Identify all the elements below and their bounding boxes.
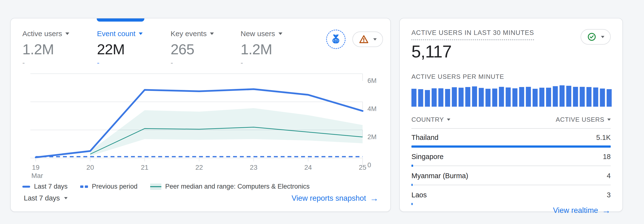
previous-period-placeholder: - xyxy=(97,59,170,67)
card-toolbar xyxy=(326,30,383,49)
active-users-column-header[interactable]: ACTIVE USERS xyxy=(556,116,611,123)
svg-text:2M: 2M xyxy=(368,133,377,141)
event-count-line-chart[interactable]: 6M4M2M019Mar202122232425 xyxy=(22,67,380,179)
svg-text:6M: 6M xyxy=(368,77,377,84)
realtime-table-header: COUNTRY ACTIVE USERS xyxy=(412,116,611,129)
active-users-value: 5.1K xyxy=(596,133,611,142)
caret-down-icon xyxy=(139,32,143,35)
metric-key-events: Key events265- xyxy=(170,30,240,67)
caret-down-icon xyxy=(601,36,604,38)
event-count-chart-area: 6M4M2M019Mar202122232425 xyxy=(22,67,378,179)
svg-text:23: 23 xyxy=(250,164,257,171)
active-users-value: 3 xyxy=(607,191,611,199)
svg-text:0: 0 xyxy=(368,161,371,169)
svg-text:19: 19 xyxy=(32,164,39,171)
legend-band-swatch xyxy=(150,184,161,190)
svg-text:21: 21 xyxy=(141,164,148,171)
legend-label: Last 7 days xyxy=(34,183,68,190)
metric-value: 1.2M xyxy=(240,42,282,57)
country-row: Singapore18 xyxy=(412,148,611,167)
metric-value: 1.2M xyxy=(22,42,97,57)
country-bar xyxy=(412,165,611,167)
metric-tab-key-events[interactable]: Key events xyxy=(170,30,240,38)
active-users-per-minute-chart[interactable] xyxy=(412,84,612,107)
per-minute-chart-area xyxy=(412,84,611,107)
arrow-right-icon: → xyxy=(602,205,611,216)
active-users-column-label: ACTIVE USERS xyxy=(556,116,604,123)
date-range-label: Last 7 days xyxy=(24,194,60,202)
caret-down-icon xyxy=(447,118,450,121)
overview-metrics-card: Active users1.2M-Event count22M-Key even… xyxy=(10,18,391,212)
view-reports-snapshot-link[interactable]: View reports snapshot → xyxy=(292,193,378,203)
metric-event-count: Event count22M- xyxy=(97,30,170,67)
country-row: Laos3 xyxy=(412,186,611,205)
metric-label: Event count xyxy=(97,30,135,38)
legend-dashes-swatch xyxy=(80,185,88,188)
svg-text:24: 24 xyxy=(304,164,312,171)
realtime-header: ACTIVE USERS IN LAST 30 MINUTES 5,117 xyxy=(412,29,611,61)
metrics-row: Active users1.2M-Event count22M-Key even… xyxy=(22,30,378,67)
left-card-footer: Last 7 days View reports snapshot → xyxy=(22,192,378,205)
svg-text:25: 25 xyxy=(359,164,366,171)
country-name: Myanmar (Burma) xyxy=(412,172,468,180)
legend-label: Previous period xyxy=(92,183,138,190)
caret-down-icon xyxy=(373,38,377,40)
country-name: Thailand xyxy=(412,133,438,142)
metric-label: New users xyxy=(240,30,275,38)
metric-value: 22M xyxy=(97,42,170,57)
data-quality-button[interactable] xyxy=(352,31,383,47)
metric-tab-active-users[interactable]: Active users xyxy=(22,30,97,38)
active-users-30min-value: 5,117 xyxy=(412,42,534,61)
metric-active-users: Active users1.2M- xyxy=(22,30,97,67)
country-name: Laos xyxy=(412,191,427,199)
legend-item-line: Last 7 days xyxy=(22,183,68,190)
realtime-status-button[interactable] xyxy=(580,29,611,45)
metric-label: Key events xyxy=(170,30,206,38)
medal-icon xyxy=(330,34,341,45)
realtime-card: ACTIVE USERS IN LAST 30 MINUTES 5,117 AC… xyxy=(399,18,623,212)
caret-down-icon xyxy=(64,197,68,199)
country-table: Thailand5.1KSingapore18Myanmar (Burma)4L… xyxy=(412,129,611,205)
caret-down-icon xyxy=(607,118,611,121)
active-users-value: 18 xyxy=(603,153,611,161)
metric-label: Active users xyxy=(22,30,62,38)
metric-tab-event-count[interactable]: Event count xyxy=(97,30,170,38)
svg-text:20: 20 xyxy=(86,164,94,171)
realtime-title: ACTIVE USERS IN LAST 30 MINUTES xyxy=(412,29,534,40)
previous-period-placeholder: - xyxy=(22,59,97,67)
link-label: View realtime xyxy=(553,206,598,215)
realtime-footer: View realtime → xyxy=(412,205,611,216)
svg-text:Mar: Mar xyxy=(31,172,43,179)
warning-triangle-icon xyxy=(359,34,369,44)
previous-period-placeholder: - xyxy=(240,59,282,67)
metric-tab-new-users[interactable]: New users xyxy=(240,30,282,38)
metric-value: 265 xyxy=(170,42,240,57)
legend-item-band: Peer median and range: Computers & Elect… xyxy=(150,183,310,190)
country-row: Myanmar (Burma)4 xyxy=(412,167,611,186)
country-row: Thailand5.1K xyxy=(412,129,611,148)
svg-text:22: 22 xyxy=(196,164,203,171)
legend-label: Peer median and range: Computers & Elect… xyxy=(165,183,310,190)
caret-down-icon xyxy=(65,32,69,35)
country-name: Singapore xyxy=(412,153,444,161)
check-circle-icon xyxy=(587,32,596,42)
caret-down-icon xyxy=(278,32,282,35)
analytics-home-dashboard: Active users1.2M-Event count22M-Key even… xyxy=(0,0,644,224)
metric-new-users: New users1.2M- xyxy=(240,30,282,67)
country-bar xyxy=(412,145,611,148)
selected-metric-tab-indicator xyxy=(97,18,144,21)
date-range-selector[interactable]: Last 7 days xyxy=(22,192,69,205)
active-users-value: 4 xyxy=(607,172,611,180)
country-bar xyxy=(412,203,611,205)
chart-legend: Last 7 daysPrevious periodPeer median an… xyxy=(22,183,378,190)
legend-line-swatch xyxy=(22,186,30,188)
legend-item-dashes: Previous period xyxy=(80,183,138,190)
country-column-header[interactable]: COUNTRY xyxy=(412,116,450,123)
benchmarking-medal-icon[interactable] xyxy=(326,30,346,49)
caret-down-icon xyxy=(210,32,214,35)
previous-period-placeholder: - xyxy=(170,59,240,67)
view-realtime-link[interactable]: View realtime → xyxy=(553,205,611,216)
country-column-label: COUNTRY xyxy=(412,116,444,123)
per-minute-label: ACTIVE USERS PER MINUTE xyxy=(412,73,611,81)
country-bar xyxy=(412,184,611,186)
